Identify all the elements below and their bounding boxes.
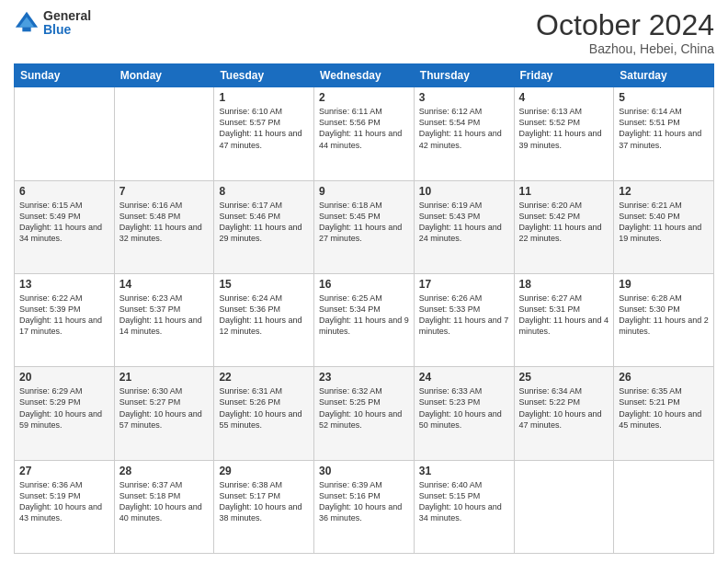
day-number: 1 xyxy=(219,91,309,104)
day-header-wednesday: Wednesday xyxy=(314,64,415,87)
cell-info: Sunrise: 6:40 AMSunset: 5:15 PMDaylight:… xyxy=(419,480,502,523)
svg-rect-2 xyxy=(22,28,30,32)
cell-info: Sunrise: 6:10 AMSunset: 5:57 PMDaylight:… xyxy=(219,107,301,149)
day-number: 12 xyxy=(619,185,709,198)
cell-info: Sunrise: 6:22 AMSunset: 5:39 PMDaylight:… xyxy=(19,293,102,336)
day-number: 19 xyxy=(619,278,709,291)
cell-info: Sunrise: 6:26 AMSunset: 5:33 PMDaylight:… xyxy=(419,293,509,336)
calendar-cell: 29Sunrise: 6:38 AMSunset: 5:17 PMDayligh… xyxy=(214,460,314,553)
calendar-cell: 26Sunrise: 6:35 AMSunset: 5:21 PMDayligh… xyxy=(614,367,714,460)
calendar-cell: 7Sunrise: 6:16 AMSunset: 5:48 PMDaylight… xyxy=(114,180,214,273)
calendar-cell: 14Sunrise: 6:23 AMSunset: 5:37 PMDayligh… xyxy=(114,273,214,366)
calendar-cell: 28Sunrise: 6:37 AMSunset: 5:18 PMDayligh… xyxy=(114,460,214,553)
day-header-tuesday: Tuesday xyxy=(214,64,314,87)
cell-info: Sunrise: 6:28 AMSunset: 5:30 PMDaylight:… xyxy=(619,293,709,336)
day-header-friday: Friday xyxy=(514,64,614,87)
header: General Blue October 2024 Bazhou, Hebei,… xyxy=(14,9,714,56)
day-number: 10 xyxy=(419,185,509,198)
day-number: 21 xyxy=(119,371,210,384)
calendar-cell: 1Sunrise: 6:10 AMSunset: 5:57 PMDaylight… xyxy=(214,87,314,180)
calendar-cell: 27Sunrise: 6:36 AMSunset: 5:19 PMDayligh… xyxy=(15,460,115,553)
day-header-thursday: Thursday xyxy=(414,64,514,87)
cell-info: Sunrise: 6:31 AMSunset: 5:26 PMDaylight:… xyxy=(219,386,301,429)
cell-info: Sunrise: 6:15 AMSunset: 5:49 PMDaylight:… xyxy=(19,201,102,243)
cell-info: Sunrise: 6:39 AMSunset: 5:16 PMDaylight:… xyxy=(319,480,402,523)
calendar-cell: 17Sunrise: 6:26 AMSunset: 5:33 PMDayligh… xyxy=(414,273,514,366)
calendar-cell: 8Sunrise: 6:17 AMSunset: 5:46 PMDaylight… xyxy=(214,180,314,273)
calendar-cell xyxy=(614,460,714,553)
cell-info: Sunrise: 6:20 AMSunset: 5:42 PMDaylight:… xyxy=(519,201,602,243)
title-block: October 2024 Bazhou, Hebei, China xyxy=(536,9,714,56)
calendar-cell xyxy=(114,87,214,180)
day-header-sunday: Sunday xyxy=(15,64,115,87)
day-number: 24 xyxy=(419,371,509,384)
day-header-monday: Monday xyxy=(114,64,214,87)
calendar-cell: 30Sunrise: 6:39 AMSunset: 5:16 PMDayligh… xyxy=(314,460,415,553)
calendar-cell: 5Sunrise: 6:14 AMSunset: 5:51 PMDaylight… xyxy=(614,87,714,180)
calendar-cell: 11Sunrise: 6:20 AMSunset: 5:42 PMDayligh… xyxy=(514,180,614,273)
cell-info: Sunrise: 6:27 AMSunset: 5:31 PMDaylight:… xyxy=(519,293,609,336)
day-number: 8 xyxy=(219,185,309,198)
calendar-cell: 9Sunrise: 6:18 AMSunset: 5:45 PMDaylight… xyxy=(314,180,415,273)
day-number: 30 xyxy=(319,465,409,477)
page: General Blue October 2024 Bazhou, Hebei,… xyxy=(0,0,728,563)
calendar-cell: 21Sunrise: 6:30 AMSunset: 5:27 PMDayligh… xyxy=(114,367,214,460)
calendar-cell: 12Sunrise: 6:21 AMSunset: 5:40 PMDayligh… xyxy=(614,180,714,273)
day-number: 7 xyxy=(119,185,210,198)
cell-info: Sunrise: 6:24 AMSunset: 5:36 PMDaylight:… xyxy=(219,293,301,336)
day-number: 22 xyxy=(219,371,309,384)
cell-info: Sunrise: 6:32 AMSunset: 5:25 PMDaylight:… xyxy=(319,386,402,429)
day-number: 29 xyxy=(219,465,309,477)
day-number: 17 xyxy=(419,278,509,291)
location: Bazhou, Hebei, China xyxy=(536,41,714,56)
calendar-week-5: 27Sunrise: 6:36 AMSunset: 5:19 PMDayligh… xyxy=(15,460,714,553)
calendar-cell: 22Sunrise: 6:31 AMSunset: 5:26 PMDayligh… xyxy=(214,367,314,460)
day-number: 25 xyxy=(519,371,609,384)
calendar-cell: 13Sunrise: 6:22 AMSunset: 5:39 PMDayligh… xyxy=(15,273,115,366)
calendar-week-2: 6Sunrise: 6:15 AMSunset: 5:49 PMDaylight… xyxy=(15,180,714,273)
cell-info: Sunrise: 6:14 AMSunset: 5:51 PMDaylight:… xyxy=(619,107,701,149)
calendar-cell: 18Sunrise: 6:27 AMSunset: 5:31 PMDayligh… xyxy=(514,273,614,366)
cell-info: Sunrise: 6:13 AMSunset: 5:52 PMDaylight:… xyxy=(519,107,602,149)
calendar-cell: 15Sunrise: 6:24 AMSunset: 5:36 PMDayligh… xyxy=(214,273,314,366)
logo-blue-text: Blue xyxy=(43,23,91,37)
calendar-cell: 4Sunrise: 6:13 AMSunset: 5:52 PMDaylight… xyxy=(514,87,614,180)
day-number: 31 xyxy=(419,465,509,477)
cell-info: Sunrise: 6:18 AMSunset: 5:45 PMDaylight:… xyxy=(319,201,402,243)
cell-info: Sunrise: 6:34 AMSunset: 5:22 PMDaylight:… xyxy=(519,386,602,429)
calendar-cell: 23Sunrise: 6:32 AMSunset: 5:25 PMDayligh… xyxy=(314,367,415,460)
day-number: 27 xyxy=(19,465,109,477)
logo-text: General Blue xyxy=(43,9,91,38)
cell-info: Sunrise: 6:11 AMSunset: 5:56 PMDaylight:… xyxy=(319,107,402,149)
day-number: 16 xyxy=(319,278,409,291)
calendar-header-row: SundayMondayTuesdayWednesdayThursdayFrid… xyxy=(15,64,714,87)
calendar-week-4: 20Sunrise: 6:29 AMSunset: 5:29 PMDayligh… xyxy=(15,367,714,460)
day-number: 28 xyxy=(119,465,210,477)
cell-info: Sunrise: 6:36 AMSunset: 5:19 PMDaylight:… xyxy=(19,480,102,523)
cell-info: Sunrise: 6:35 AMSunset: 5:21 PMDaylight:… xyxy=(619,386,701,429)
day-number: 13 xyxy=(19,278,109,291)
calendar-cell: 2Sunrise: 6:11 AMSunset: 5:56 PMDaylight… xyxy=(314,87,415,180)
day-number: 14 xyxy=(119,278,210,291)
cell-info: Sunrise: 6:38 AMSunset: 5:17 PMDaylight:… xyxy=(219,480,301,523)
day-number: 3 xyxy=(419,91,509,104)
calendar-cell: 19Sunrise: 6:28 AMSunset: 5:30 PMDayligh… xyxy=(614,273,714,366)
day-number: 23 xyxy=(319,371,409,384)
day-number: 11 xyxy=(519,185,609,198)
day-number: 15 xyxy=(219,278,309,291)
cell-info: Sunrise: 6:19 AMSunset: 5:43 PMDaylight:… xyxy=(419,201,502,243)
cell-info: Sunrise: 6:33 AMSunset: 5:23 PMDaylight:… xyxy=(419,386,502,429)
calendar-cell: 20Sunrise: 6:29 AMSunset: 5:29 PMDayligh… xyxy=(15,367,115,460)
calendar-cell: 16Sunrise: 6:25 AMSunset: 5:34 PMDayligh… xyxy=(314,273,415,366)
calendar-cell: 31Sunrise: 6:40 AMSunset: 5:15 PMDayligh… xyxy=(414,460,514,553)
calendar-cell: 3Sunrise: 6:12 AMSunset: 5:54 PMDaylight… xyxy=(414,87,514,180)
month-title: October 2024 xyxy=(536,9,714,41)
cell-info: Sunrise: 6:23 AMSunset: 5:37 PMDaylight:… xyxy=(119,293,202,336)
day-number: 26 xyxy=(619,371,709,384)
calendar-cell: 25Sunrise: 6:34 AMSunset: 5:22 PMDayligh… xyxy=(514,367,614,460)
cell-info: Sunrise: 6:17 AMSunset: 5:46 PMDaylight:… xyxy=(219,201,301,243)
calendar-cell: 24Sunrise: 6:33 AMSunset: 5:23 PMDayligh… xyxy=(414,367,514,460)
day-number: 4 xyxy=(519,91,609,104)
cell-info: Sunrise: 6:21 AMSunset: 5:40 PMDaylight:… xyxy=(619,201,701,243)
cell-info: Sunrise: 6:29 AMSunset: 5:29 PMDaylight:… xyxy=(19,386,102,429)
